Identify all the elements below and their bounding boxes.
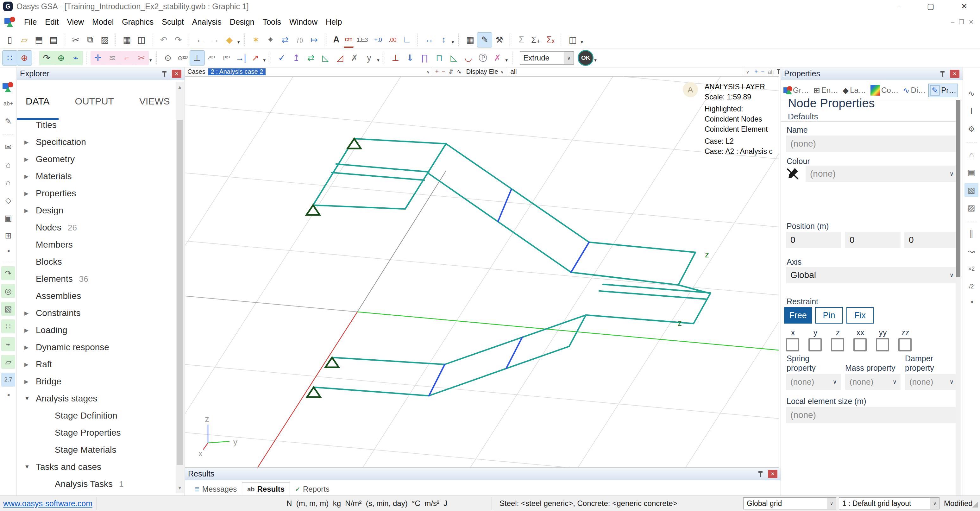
restraint-x-checkbox[interactable]: [786, 338, 799, 352]
edit-pencil-icon[interactable]: ✎: [477, 33, 492, 47]
volume-select-icon[interactable]: ▧: [1, 302, 15, 316]
collapse-icon[interactable]: ▼: [24, 464, 31, 470]
add-element-icon[interactable]: ⌁: [68, 51, 83, 65]
supports-icon[interactable]: ⊥: [190, 51, 204, 65]
function-icon[interactable]: ƒ(): [293, 33, 307, 47]
expand-icon[interactable]: ▶: [24, 190, 31, 197]
label-lift-icon[interactable]: ↥: [289, 51, 304, 65]
axis-select[interactable]: Global∨: [786, 267, 958, 283]
damper-property-select[interactable]: (none)∨: [905, 374, 958, 390]
restraint-z-checkbox[interactable]: [831, 338, 844, 352]
animate-icon[interactable]: ∿: [457, 68, 462, 75]
expand-icon[interactable]: ▶: [24, 310, 31, 317]
tree-item-nodes[interactable]: Nodes26: [17, 219, 175, 236]
decimals-more-icon[interactable]: +.0: [371, 33, 385, 47]
colour-select[interactable]: (none)∨: [806, 166, 958, 182]
tree-item-analysis-tasks[interactable]: Analysis Tasks1: [17, 476, 175, 493]
no-colour-pen-icon[interactable]: [785, 166, 800, 181]
menu-model[interactable]: Model: [92, 18, 114, 27]
tools-wrench-icon[interactable]: ⚒: [492, 33, 506, 47]
sculpt-split-icon[interactable]: ✂: [134, 51, 149, 65]
decimals-less-icon[interactable]: .00: [385, 33, 400, 47]
all-filter-label[interactable]: all: [768, 68, 774, 75]
node-numbers-icon[interactable]: ⊙¹²³: [175, 51, 190, 65]
tree-item-titles[interactable]: Titles: [17, 116, 175, 134]
straighten-icon[interactable]: ⌐: [120, 51, 134, 65]
spring-property-select[interactable]: (none)∨: [786, 374, 841, 390]
tree-item-stage-properties[interactable]: Stage Properties: [17, 424, 175, 441]
minimize-button[interactable]: –: [890, 1, 908, 11]
snap-grid-icon[interactable]: ∷: [3, 51, 17, 65]
menu-view[interactable]: View: [67, 18, 84, 27]
tree-item-raft[interactable]: ▶Raft: [17, 356, 175, 373]
mdi-close-button[interactable]: ✕: [969, 18, 974, 25]
rotate-view-icon[interactable]: ↷: [39, 51, 54, 65]
wizard-wand-icon[interactable]: ✶: [249, 33, 263, 47]
node-symbol-icon[interactable]: ⊙: [161, 51, 175, 65]
expand-icon[interactable]: ▶: [24, 344, 31, 351]
align-grid-icon[interactable]: ∥: [964, 226, 978, 240]
new-view-icon[interactable]: [3, 82, 14, 92]
tab-output[interactable]: OUTPUT: [75, 96, 114, 107]
section-display-icon[interactable]: I¹²³: [219, 51, 234, 65]
axes-triad-icon[interactable]: ∟: [400, 33, 414, 47]
menu-graphics[interactable]: Graphics: [122, 18, 154, 27]
chevron-down-icon[interactable]: ∨: [498, 69, 506, 75]
label-check-icon[interactable]: ✓: [274, 51, 289, 65]
beam-numbers-icon[interactable]: ∕¹²³: [204, 51, 219, 65]
print-icon[interactable]: ▦: [120, 33, 134, 47]
chevron-down-icon[interactable]: ∨: [564, 51, 574, 65]
save-file-icon[interactable]: ▤: [46, 33, 61, 47]
print-preview-icon[interactable]: ◫: [134, 33, 149, 47]
expand-icon[interactable]: ▶: [24, 327, 31, 334]
fit-height-icon[interactable]: ↕: [436, 33, 451, 47]
new-file-icon[interactable]: ▯: [3, 33, 17, 47]
menu-design[interactable]: Design: [230, 18, 255, 27]
tree-item-analysis-stages[interactable]: ▼Analysis stages: [17, 390, 175, 407]
tab-reports[interactable]: ✓Reports: [290, 483, 334, 495]
tab-labels[interactable]: ◆La…: [842, 84, 867, 96]
pin-icon[interactable]: [777, 69, 781, 75]
pin-icon[interactable]: [940, 70, 945, 77]
name-field[interactable]: (none): [786, 135, 958, 152]
orientation-icon[interactable]: ↗: [248, 51, 263, 65]
tree-item-specification[interactable]: ▶Specification: [17, 134, 175, 151]
menu-file[interactable]: File: [24, 18, 37, 27]
graphics-viewport[interactable]: z z z y x A ANALYSIS LAYER Scale: 1:59.8…: [185, 76, 779, 468]
load-point-icon[interactable]: ⇓: [403, 51, 417, 65]
remove-filter-icon[interactable]: −: [761, 68, 764, 75]
tree-item-geometry[interactable]: ▶Geometry: [17, 151, 175, 168]
tab-views[interactable]: VIEWS: [139, 96, 170, 107]
remove-case-icon[interactable]: −: [442, 68, 445, 75]
display-filter-input[interactable]: all: [508, 68, 744, 76]
load-beam-icon[interactable]: ∏: [417, 51, 432, 65]
goto-list-icon[interactable]: ↦: [307, 33, 321, 47]
paste-icon[interactable]: ▨: [97, 33, 112, 47]
resize-grip[interactable]: ◢: [972, 500, 978, 508]
properties-gear-icon[interactable]: ⚙: [964, 122, 978, 136]
tab-messages[interactable]: ≣Messages: [189, 483, 242, 495]
scale-half-icon[interactable]: /2: [964, 280, 978, 293]
undo-icon[interactable]: ↶: [156, 33, 171, 47]
menu-sculpt[interactable]: Sculpt: [162, 18, 184, 27]
model-canvas[interactable]: z z z y x: [185, 76, 779, 467]
label-tri-b-icon[interactable]: ◿: [332, 51, 347, 65]
members-arch-icon[interactable]: ∩: [964, 148, 978, 161]
sum-delete-icon[interactable]: Σₓ: [543, 33, 558, 47]
label-swap-icon[interactable]: ⇄: [304, 51, 318, 65]
case-select[interactable]: 2 : Analysis case 2 ∨: [208, 68, 432, 76]
tree-item-elements[interactable]: Elements36: [17, 271, 175, 288]
import-file-icon[interactable]: ⬒: [32, 33, 46, 47]
tree-item-design[interactable]: ▶Design: [17, 202, 175, 219]
position-x-field[interactable]: 0: [786, 232, 841, 248]
collapse-strip-icon[interactable]: ◂: [964, 297, 978, 306]
tree-item-properties[interactable]: ▶Properties: [17, 185, 175, 202]
dropdown-arrow-icon[interactable]: ▾: [506, 57, 508, 63]
move-axes-icon[interactable]: ✛: [91, 51, 105, 65]
restraint-pin-button[interactable]: Pin: [815, 307, 843, 323]
cut-icon[interactable]: ✂: [68, 33, 83, 47]
restraint-yy-checkbox[interactable]: [876, 338, 889, 352]
tree-item-constraints[interactable]: ▶Constraints: [17, 304, 175, 322]
tree-item-tasks-and-cases[interactable]: ▼Tasks and cases: [17, 458, 175, 476]
collapse-strip-icon[interactable]: ◂: [1, 246, 15, 255]
